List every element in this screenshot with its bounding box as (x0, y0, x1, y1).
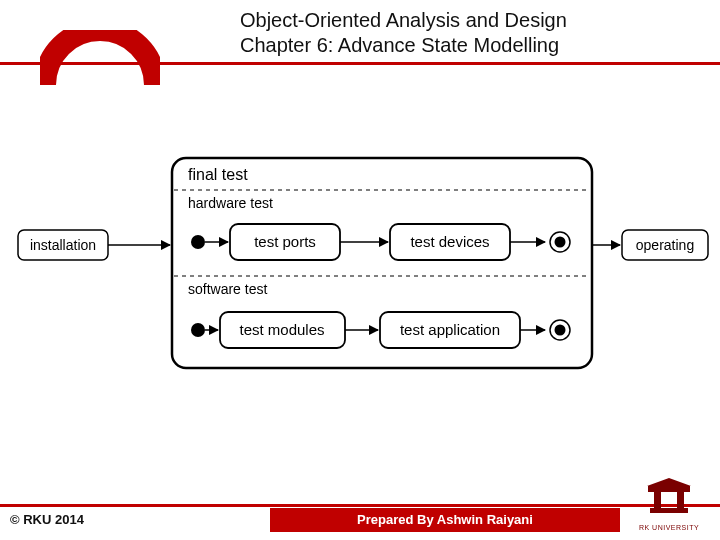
state-test-modules-label: test modules (239, 321, 324, 338)
region-software-label: software test (188, 281, 267, 297)
header-divider (0, 62, 720, 65)
svg-marker-11 (647, 478, 691, 486)
state-operating: operating (622, 230, 708, 260)
prepared-by-banner: Prepared By Ashwin Raiyani (270, 508, 620, 532)
svg-rect-8 (654, 492, 661, 508)
slide-footer: © RKU 2014 Prepared By Ashwin Raiyani RK… (0, 504, 720, 540)
university-logo-icon (644, 478, 694, 518)
copyright-text: © RKU 2014 (10, 512, 84, 527)
svg-rect-7 (650, 508, 688, 513)
state-operating-label: operating (636, 237, 694, 253)
state-test-devices-label: test devices (410, 233, 489, 250)
initial-pseudostate-icon (191, 235, 205, 249)
svg-rect-9 (677, 492, 684, 508)
region-hardware-label: hardware test (188, 195, 273, 211)
state-test-ports-label: test ports (254, 233, 316, 250)
svg-rect-10 (648, 486, 690, 492)
initial-pseudostate-icon (191, 323, 205, 337)
state-test-application-label: test application (400, 321, 500, 338)
state-diagram: installation final test hardware test te… (0, 150, 720, 380)
title-line-2: Chapter 6: Advance State Modelling (240, 33, 567, 58)
composite-state-finaltest: final test hardware test test ports test… (172, 158, 592, 368)
footer-divider (0, 504, 720, 507)
composite-label: final test (188, 166, 248, 183)
university-logo: RK UNIVERSITY (624, 478, 714, 538)
final-pseudostate-icon (550, 320, 570, 340)
title-line-1: Object-Oriented Analysis and Design (240, 8, 567, 33)
region-software: test modules test application (191, 312, 570, 348)
state-installation-label: installation (30, 237, 96, 253)
svg-point-3 (555, 237, 566, 248)
slide-title: Object-Oriented Analysis and Design Chap… (240, 8, 567, 58)
university-logo-text: RK UNIVERSITY (624, 524, 714, 531)
svg-point-5 (555, 325, 566, 336)
slide-header: Object-Oriented Analysis and Design Chap… (0, 0, 720, 70)
state-installation: installation (18, 230, 108, 260)
final-pseudostate-icon (550, 232, 570, 252)
arch-logo-icon (40, 30, 160, 90)
